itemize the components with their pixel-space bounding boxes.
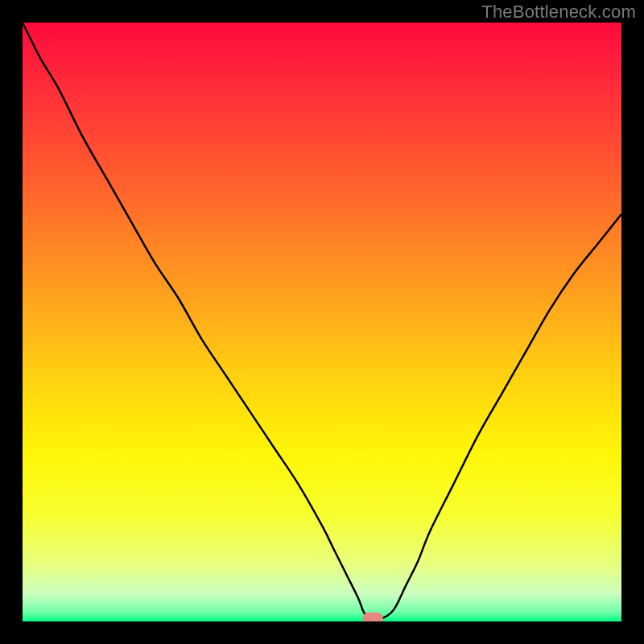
chart-canvas <box>23 23 621 621</box>
watermark-text: TheBottleneck.com <box>481 2 636 23</box>
gradient-background <box>23 23 621 621</box>
chart-frame <box>23 23 621 621</box>
optimum-marker <box>363 613 383 621</box>
